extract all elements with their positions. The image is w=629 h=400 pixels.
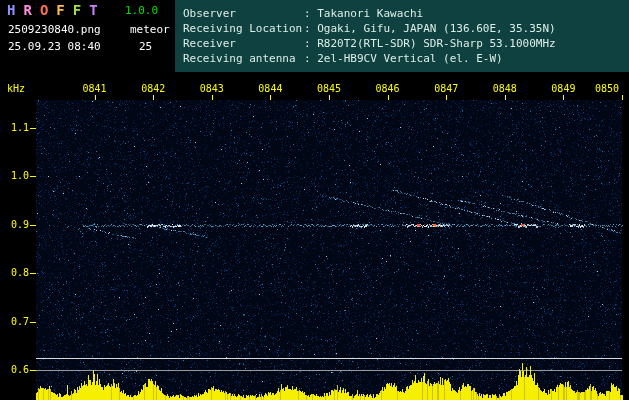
info-row-observer: Observer: Takanori Kawachi [183, 6, 629, 21]
freq-axis-label: 0.6 [0, 364, 29, 375]
info-label: Receiving antenna [183, 51, 304, 66]
info-row-location: Receiving Location: Ogaki, Gifu, JAPAN (… [183, 21, 629, 36]
logo-letter: F [56, 2, 64, 18]
freq-axis-label: 0.9 [0, 219, 29, 230]
time-axis-label: 0849 [547, 83, 579, 94]
time-axis-label: 0850 [591, 83, 623, 94]
time-axis-label: 0844 [254, 83, 286, 94]
time-axis-label: 0845 [313, 83, 345, 94]
info-value: : R820T2(RTL-SDR) SDR-Sharp 53.1000MHz [304, 37, 556, 50]
logo-letter: R [23, 2, 31, 18]
echo-count: 25 [139, 40, 152, 53]
info-value: : 2el-HB9CV Vertical (el. E-W) [304, 52, 503, 65]
time-axis-label: 0842 [137, 83, 169, 94]
info-label: Receiver [183, 36, 304, 51]
freq-axis-label: 0.7 [0, 316, 29, 327]
time-axis-label: 0848 [489, 83, 521, 94]
time-axis-label: 0846 [372, 83, 404, 94]
info-value: : Ogaki, Gifu, JAPAN (136.60E, 35.35N) [304, 22, 556, 35]
app-logo: HROFFT [7, 2, 106, 18]
time-axis-label: 0841 [79, 83, 111, 94]
logo-letter: H [7, 2, 15, 18]
time-axis-label: 0847 [430, 83, 462, 94]
freq-axis-label: 1.0 [0, 170, 29, 181]
observation-mode: meteor [130, 23, 170, 36]
logo-letter: O [40, 2, 48, 18]
logo-letter: F [73, 2, 81, 18]
observation-datetime: 25.09.23 08:40 [8, 40, 101, 53]
info-value: : Takanori Kawachi [304, 7, 423, 20]
info-row-receiver: Receiver: R820T2(RTL-SDR) SDR-Sharp 53.1… [183, 36, 629, 51]
logo-letter: T [89, 2, 97, 18]
hrofft-window: HROFFT 1.0.0 2509230840.png meteor 25.09… [0, 0, 629, 400]
info-label: Observer [183, 6, 304, 21]
info-row-antenna: Receiving antenna: 2el-HB9CV Vertical (e… [183, 51, 629, 66]
freq-axis-label: 0.8 [0, 267, 29, 278]
output-filename: 2509230840.png [8, 23, 101, 36]
freq-unit-label: kHz [7, 83, 25, 94]
time-axis-label: 0843 [196, 83, 228, 94]
app-version: 1.0.0 [125, 4, 158, 17]
info-label: Receiving Location [183, 21, 304, 36]
info-panel: Observer: Takanori Kawachi Receiving Loc… [175, 0, 629, 72]
freq-axis-label: 1.1 [0, 122, 29, 133]
